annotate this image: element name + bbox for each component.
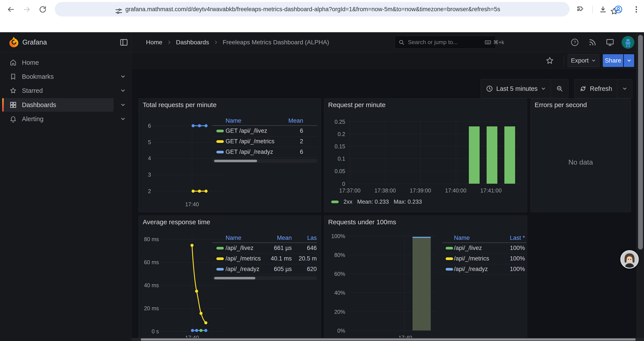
panel-avg-response-time: Average response time 80 ms 60 ms 40 ms … (138, 215, 321, 341)
bar-under-100ms[interactable] (412, 237, 431, 330)
legend-header-last[interactable]: Las (307, 235, 317, 241)
chevron-down-icon (591, 58, 596, 63)
panel-total-requests: Total requests per minute 6 5 4 3 2 17:4… (138, 98, 321, 212)
brand-name[interactable]: Grafana (22, 38, 47, 46)
address-bar[interactable]: grafana.mathmast.com/d/deytv4rwavabkb/fr… (55, 2, 570, 17)
bar-2xx[interactable] (504, 126, 515, 184)
series-color-pill[interactable] (216, 140, 224, 143)
sidebar-item-label: Dashboards (22, 101, 56, 109)
profile-icon[interactable] (614, 5, 623, 14)
vertical-scrollbar-thumb[interactable] (638, 35, 643, 249)
legend-series-name[interactable]: /api/_/metrics (454, 255, 489, 262)
back-icon[interactable] (6, 5, 15, 14)
series-color-pill[interactable] (216, 130, 224, 132)
zoom-out-button[interactable] (551, 79, 568, 98)
tv-mode-icon[interactable] (606, 38, 615, 47)
refresh-button[interactable]: Refresh (574, 79, 617, 98)
legend-header-mean[interactable]: Mean (288, 117, 303, 124)
series-color-pill[interactable] (216, 247, 224, 249)
user-avatar[interactable] (622, 36, 634, 49)
sidebar-item-bookmarks[interactable]: Bookmarks (0, 70, 131, 84)
legend-header-name[interactable]: Name (454, 235, 470, 241)
search-icon (398, 39, 405, 46)
series-color-pill[interactable] (216, 151, 224, 153)
downloads-icon[interactable] (599, 5, 607, 14)
search-box[interactable]: ⌘+k (394, 36, 496, 49)
legend-series-name[interactable]: /api/_/livez (226, 245, 254, 251)
site-settings-icon[interactable] (114, 7, 123, 16)
reload-icon[interactable] (38, 5, 47, 14)
legend-series-name[interactable]: GET /api/_/readyz (226, 149, 273, 155)
sidebar-item-label: Starred (22, 87, 43, 94)
legend-header-last[interactable]: Last * (510, 235, 525, 241)
chevron-down-icon[interactable] (120, 88, 126, 94)
search-input[interactable] (408, 39, 482, 46)
panel-title[interactable]: Errors per second (534, 101, 587, 109)
legend-scrollbar[interactable] (212, 159, 317, 163)
sidebar-item-label: Bookmarks (22, 73, 54, 80)
time-range-picker[interactable]: Last 5 minutes (481, 79, 551, 98)
y-tick: 0.05 (328, 168, 345, 174)
home-icon (9, 59, 17, 67)
series-color-pill[interactable] (446, 247, 453, 249)
refresh-controls: Refresh (574, 79, 632, 98)
legend-series-name[interactable]: /api/_/livez (454, 245, 482, 251)
series-color-pill[interactable] (331, 201, 339, 203)
y-tick: 0.15 (328, 143, 345, 150)
bar-2xx[interactable] (469, 126, 480, 184)
legend-series-name[interactable]: /api/_/metrics (226, 255, 261, 262)
grafana-logo[interactable] (8, 37, 19, 48)
sidebar-item-starred[interactable]: Starred (0, 84, 131, 98)
legend-series-last: 646 (307, 245, 317, 251)
y-tick: 0% (326, 327, 345, 334)
refresh-label: Refresh (590, 85, 612, 92)
favorite-star-icon[interactable] (545, 56, 554, 65)
legend-series-name[interactable]: /api/_/readyz (226, 266, 260, 272)
y-tick: 0.25 (328, 119, 345, 125)
legend-series-last: 620 (307, 266, 317, 272)
news-rss-icon[interactable] (588, 38, 597, 47)
url-text[interactable]: grafana.mathmast.com/d/deytv4rwavabkb/fr… (126, 6, 603, 13)
share-menu-button[interactable] (624, 54, 634, 67)
floating-avatar[interactable] (620, 250, 639, 269)
gridline (404, 233, 404, 333)
legend-series-name[interactable]: 2xx (344, 198, 352, 205)
sidebar-item-home[interactable]: Home (0, 56, 131, 70)
breadcrumb-home[interactable]: Home (146, 39, 162, 46)
series-color-pill[interactable] (216, 257, 224, 260)
horizontal-scrollbar-thumb[interactable] (141, 338, 636, 340)
sidebar-item-alerting[interactable]: Alerting (0, 112, 131, 126)
forward-icon[interactable] (23, 5, 31, 14)
gridline (420, 119, 421, 185)
chevron-down-icon[interactable] (120, 102, 126, 108)
chevron-down-icon (622, 86, 627, 91)
help-icon[interactable]: ? (570, 38, 579, 47)
legend-table: Name Mean Las /api/_/livez 661 µs 646 /a… (212, 235, 317, 281)
series-color-pill[interactable] (446, 268, 453, 270)
vertical-scrollbar[interactable] (636, 32, 644, 341)
series-color-pill[interactable] (216, 268, 224, 270)
breadcrumb-dashboards[interactable]: Dashboards (176, 39, 209, 46)
legend-header-mean[interactable]: Mean (277, 235, 292, 241)
browser-menu-icon[interactable] (632, 5, 640, 14)
extensions-icon[interactable] (576, 5, 584, 14)
export-button[interactable]: Export (568, 54, 599, 67)
chevron-down-icon[interactable] (120, 74, 126, 80)
legend-header-name[interactable]: Name (226, 235, 241, 241)
legend-series-name[interactable]: GET /api/_/metrics (226, 138, 274, 145)
panel-title[interactable]: Request per minute (328, 101, 386, 109)
legend-series-name[interactable]: /api/_/readyz (454, 266, 488, 272)
series-color-pill[interactable] (446, 257, 453, 260)
refresh-interval-button[interactable] (617, 79, 632, 98)
panel-toggle-icon[interactable] (119, 38, 128, 47)
share-button[interactable]: Share (603, 54, 623, 67)
bar-2xx[interactable] (486, 126, 497, 184)
chevron-down-icon[interactable] (120, 116, 126, 122)
legend-series-name[interactable]: GET /api/_/livez (226, 128, 267, 134)
sidebar-item-dashboards[interactable]: Dashboards (0, 98, 131, 112)
legend-scrollbar[interactable] (212, 276, 317, 280)
horizontal-scrollbar[interactable] (132, 338, 644, 341)
legend-header-name[interactable]: Name (226, 117, 241, 124)
legend-table: Name Last * /api/_/livez 100% /api/_/met… (442, 235, 526, 278)
panel-title[interactable]: Requests under 100ms (328, 218, 396, 226)
